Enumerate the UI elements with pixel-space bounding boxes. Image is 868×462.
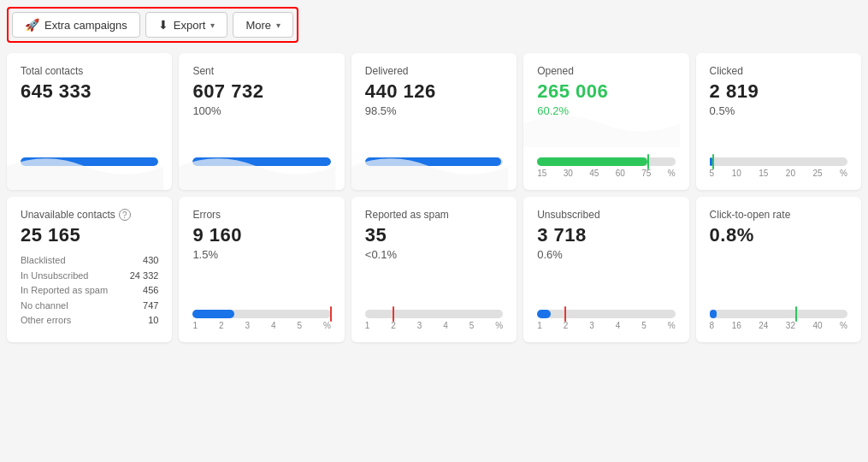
other-errors-label: Other errors: [21, 313, 71, 329]
opened-pct: 60.2%: [537, 104, 675, 117]
blacklisted-row: Blacklisted 430: [21, 253, 158, 269]
export-button[interactable]: ⬇ Export ▾: [145, 12, 228, 38]
clicked-gauge-marker: [712, 154, 714, 169]
in-spam-label: In Reported as spam: [21, 283, 108, 299]
unsubscribed-gauge: [537, 310, 675, 318]
sent-bar: [192, 157, 330, 166]
other-errors-row: Other errors 10: [21, 313, 158, 329]
no-channel-value: 747: [143, 299, 158, 314]
errors-value: 9 160: [192, 224, 330, 246]
spam-value: 35: [365, 224, 503, 246]
delivered-pct: 98.5%: [365, 104, 503, 117]
delivered-card: Delivered 440 126 98.5%: [351, 53, 517, 190]
extra-campaigns-label: Extra campaigns: [44, 19, 127, 32]
clicked-gauge-labels: 5 10 15 20 25 %: [710, 169, 847, 178]
unsubscribed-label: Unsubscribed: [537, 209, 675, 221]
toolbar: 🚀 Extra campaigns ⬇ Export ▾ More ▾: [7, 7, 298, 43]
clicked-card: Clicked 2 819 0.5% 5 10 15 20 25 %: [696, 53, 861, 190]
spam-pct: <0.1%: [365, 248, 503, 261]
errors-gauge-marker: [330, 306, 332, 322]
blacklisted-label: Blacklisted: [21, 253, 66, 269]
sent-card: Sent 607 732 100%: [179, 53, 344, 190]
unsubscribed-gauge-marker: [564, 306, 566, 322]
unsubscribed-card: Unsubscribed 3 718 0.6% 1 2 3 4 5 %: [523, 197, 688, 342]
total-contacts-bar: [21, 157, 158, 166]
in-unsubscribed-value: 24 332: [130, 269, 159, 284]
spam-gauge-marker: [393, 306, 394, 322]
export-label: Export: [174, 19, 206, 32]
unavailable-breakdown: Blacklisted 430 In Unsubscribed 24 332 I…: [21, 253, 158, 329]
total-contacts-card: Total contacts 645 333: [7, 53, 172, 190]
errors-gauge-fill: [192, 310, 233, 318]
errors-label: Errors: [192, 209, 330, 221]
total-contacts-bar-fill: [21, 157, 158, 166]
spam-gauge: [365, 310, 503, 318]
unavailable-title-row: Unavailable contacts ?: [21, 209, 158, 221]
more-label: More: [245, 19, 271, 32]
click-to-open-gauge-fill: [710, 310, 717, 318]
sent-pct: 100%: [192, 104, 330, 117]
total-contacts-label: Total contacts: [21, 65, 158, 77]
delivered-bar-fill: [365, 157, 501, 166]
other-errors-value: 10: [148, 313, 158, 329]
errors-pct: 1.5%: [192, 248, 330, 261]
clicked-value: 2 819: [710, 80, 847, 103]
click-to-open-value: 0.8%: [710, 224, 847, 246]
click-to-open-gauge-labels: 8 16 24 32 40 %: [710, 321, 847, 330]
in-spam-row: In Reported as spam 456: [21, 283, 158, 299]
blacklisted-value: 430: [143, 253, 158, 269]
extra-campaigns-button[interactable]: 🚀 Extra campaigns: [12, 12, 140, 38]
clicked-pct: 0.5%: [710, 104, 847, 117]
unsubscribed-pct: 0.6%: [537, 248, 675, 261]
in-unsubscribed-row: In Unsubscribed 24 332: [21, 269, 158, 284]
click-to-open-gauge: [710, 310, 847, 318]
export-icon: ⬇: [158, 18, 168, 32]
opened-gauge: [537, 157, 675, 166]
unsubscribed-gauge-fill: [537, 310, 551, 318]
spam-label: Reported as spam: [365, 209, 503, 221]
campaigns-icon: 🚀: [25, 18, 39, 32]
in-unsubscribed-label: In Unsubscribed: [21, 269, 89, 284]
more-chevron-icon: ▾: [276, 21, 280, 30]
total-contacts-value: 645 333: [21, 80, 158, 103]
spam-gauge-labels: 1 2 3 4 5 %: [365, 321, 503, 330]
stats-grid: Total contacts 645 333 Sent 607 732 100%…: [7, 53, 861, 342]
delivered-bar: [365, 157, 503, 166]
clicked-label: Clicked: [710, 65, 847, 77]
export-chevron-icon: ▾: [210, 21, 215, 30]
errors-gauge-labels: 1 2 3 4 5 %: [192, 321, 330, 330]
no-channel-row: No channel 747: [21, 299, 158, 314]
click-to-open-label: Click-to-open rate: [710, 209, 847, 221]
delivered-value: 440 126: [365, 80, 503, 103]
sent-value: 607 732: [192, 80, 330, 103]
unsubscribed-value: 3 718: [537, 224, 675, 246]
opened-gauge-marker: [647, 154, 649, 169]
sent-bar-fill: [192, 157, 330, 166]
no-channel-label: No channel: [21, 299, 68, 314]
spam-card: Reported as spam 35 <0.1% 1 2 3 4 5 %: [351, 197, 517, 342]
click-to-open-card: Click-to-open rate 0.8% 8 16 24 32 40 %: [696, 197, 861, 342]
unavailable-value: 25 165: [21, 224, 158, 246]
sent-label: Sent: [192, 65, 330, 77]
opened-card: Opened 265 006 60.2% 15 30 45 60 75 %: [523, 53, 688, 190]
delivered-label: Delivered: [365, 65, 503, 77]
in-spam-value: 456: [143, 283, 158, 299]
unavailable-label: Unavailable contacts: [21, 209, 115, 221]
unavailable-contacts-card: Unavailable contacts ? 25 165 Blackliste…: [7, 197, 172, 342]
opened-gauge-labels: 15 30 45 60 75 %: [537, 169, 675, 178]
unsubscribed-gauge-labels: 1 2 3 4 5 %: [537, 321, 675, 330]
errors-gauge: [192, 310, 330, 318]
more-button[interactable]: More ▾: [233, 12, 293, 38]
opened-gauge-fill: [537, 157, 647, 166]
clicked-gauge: [710, 157, 847, 166]
opened-value: 265 006: [537, 80, 675, 103]
opened-label: Opened: [537, 65, 675, 77]
errors-card: Errors 9 160 1.5% 1 2 3 4 5 %: [179, 197, 344, 342]
help-icon[interactable]: ?: [119, 209, 131, 221]
click-to-open-gauge-marker: [795, 306, 797, 322]
